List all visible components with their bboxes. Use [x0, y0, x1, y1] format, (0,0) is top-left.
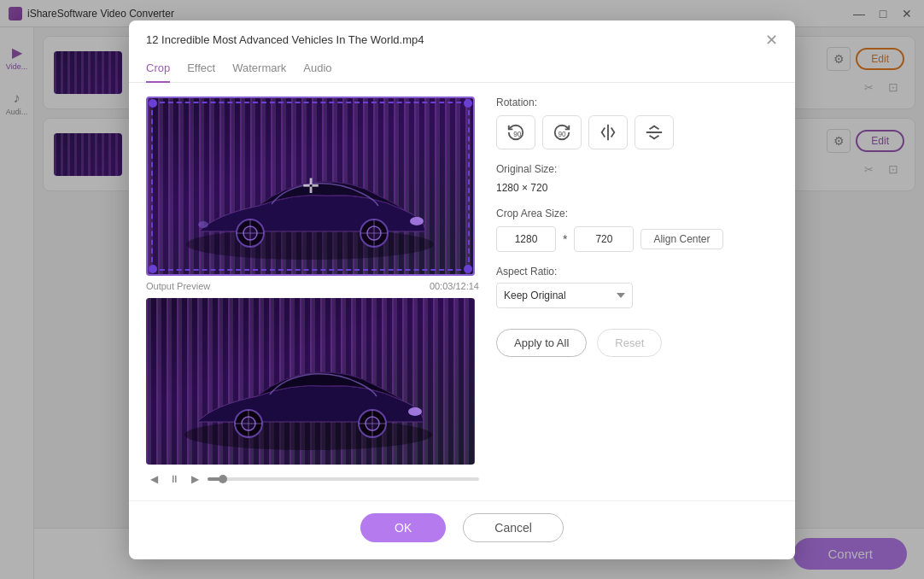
- aspect-ratio-label: Aspect Ratio:: [496, 266, 778, 278]
- tab-watermark[interactable]: Watermark: [232, 55, 286, 83]
- crop-handle-bl[interactable]: [149, 265, 157, 273]
- rotate-right-btn[interactable]: 90: [542, 115, 582, 149]
- timestamp-label: 00:03/12:14: [430, 281, 479, 291]
- crop-modal: 12 Incredible Most Advanced Vehicles In …: [129, 20, 795, 559]
- modal-controls-section: Rotation: 90: [496, 96, 778, 487]
- rotation-label: Rotation:: [496, 96, 778, 108]
- preview-label-row: Output Preview 00:03/12:14: [146, 281, 479, 291]
- crop-area-row: Crop Area Size: * Align Center: [496, 208, 778, 252]
- pause-btn[interactable]: ⏸: [167, 471, 182, 487]
- rewind-btn[interactable]: ◀: [146, 471, 161, 487]
- rotate-left-btn[interactable]: 90: [496, 115, 535, 149]
- crop-handle-br[interactable]: [464, 265, 472, 273]
- rotation-buttons: 90 90: [496, 115, 778, 149]
- original-size-value: 1280 × 720: [496, 182, 778, 194]
- svg-text:90: 90: [513, 130, 522, 137]
- apply-reset-row: Apply to All Reset: [496, 329, 778, 357]
- modal-title: 12 Incredible Most Advanced Vehicles In …: [146, 33, 424, 46]
- crop-handle-tl[interactable]: [149, 99, 157, 108]
- crop-size-separator: *: [563, 232, 567, 246]
- crop-size-inputs: * Align Center: [496, 226, 778, 252]
- tab-audio[interactable]: Audio: [303, 55, 331, 83]
- modal-body: ✛ Output Preview 00:03/12:14: [129, 83, 795, 500]
- align-center-btn[interactable]: Align Center: [640, 229, 722, 249]
- modal-tabs: Crop Effect Watermark Audio: [129, 55, 795, 83]
- svg-point-11: [184, 419, 432, 450]
- original-size-label: Original Size:: [496, 163, 778, 175]
- tab-effect[interactable]: Effect: [187, 55, 215, 83]
- modal-video-section: ✛ Output Preview 00:03/12:14: [146, 96, 479, 487]
- modal-header: 12 Incredible Most Advanced Vehicles In …: [129, 20, 795, 48]
- progress-knob[interactable]: [219, 475, 227, 483]
- original-size-row: Original Size: 1280 × 720: [496, 163, 778, 194]
- playback-controls: ◀ ⏸ ▶: [146, 471, 479, 487]
- svg-point-20: [408, 407, 422, 416]
- aspect-ratio-row: Aspect Ratio: Keep Original 16:9 4:3 1:1…: [496, 266, 778, 308]
- progress-bar[interactable]: [208, 477, 479, 481]
- rotation-control: Rotation: 90: [496, 96, 778, 149]
- apply-to-all-btn[interactable]: Apply to All: [496, 329, 587, 357]
- crop-handle-tr[interactable]: [464, 99, 472, 108]
- flip-horizontal-btn[interactable]: [588, 115, 628, 149]
- modal-cancel-btn[interactable]: Cancel: [463, 513, 564, 542]
- output-preview-label: Output Preview: [146, 281, 210, 291]
- move-cursor-icon: ✛: [302, 174, 319, 198]
- modal-footer: OK Cancel: [129, 500, 795, 559]
- crop-width-input[interactable]: [496, 226, 556, 252]
- video-preview-bottom: [146, 298, 475, 465]
- reset-btn[interactable]: Reset: [597, 329, 662, 357]
- modal-close-btn[interactable]: ✕: [765, 32, 778, 48]
- crop-height-input[interactable]: [574, 226, 634, 252]
- fast-forward-btn[interactable]: ▶: [187, 471, 202, 487]
- aspect-ratio-select[interactable]: Keep Original 16:9 4:3 1:1 9:16: [496, 283, 633, 308]
- flip-vertical-btn[interactable]: [635, 115, 674, 149]
- crop-selection[interactable]: ✛: [151, 102, 470, 271]
- car-svg-output: [172, 354, 445, 456]
- tab-crop[interactable]: Crop: [146, 55, 170, 83]
- svg-text:90: 90: [558, 130, 566, 137]
- video-preview-top: ✛: [146, 96, 475, 276]
- modal-overlay: 12 Incredible Most Advanced Vehicles In …: [0, 0, 924, 579]
- crop-area-label: Crop Area Size:: [496, 208, 778, 219]
- modal-ok-btn[interactable]: OK: [360, 513, 446, 542]
